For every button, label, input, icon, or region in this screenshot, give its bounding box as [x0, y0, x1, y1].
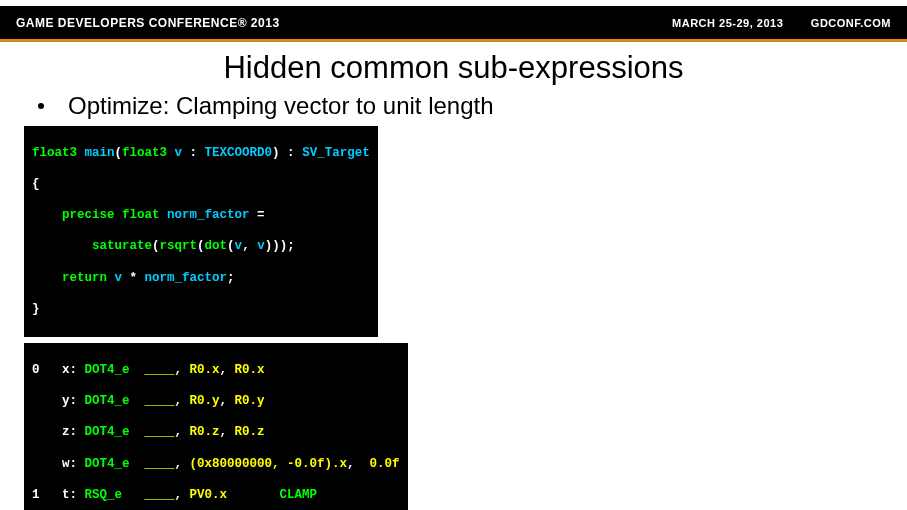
code-token: ))); — [265, 239, 295, 253]
slide-header: GAME DEVELOPERS CONFERENCE® 2013 MARCH 2… — [0, 0, 907, 42]
asm-token: ____ — [145, 488, 175, 502]
code-token: SV_Target — [302, 146, 370, 160]
code-token: dot — [205, 239, 228, 253]
code-token: v — [115, 271, 130, 285]
asm-token: DOT4_e — [85, 457, 145, 471]
asm-token: R0.x — [190, 363, 220, 377]
asm-token: DOT4_e — [85, 363, 145, 377]
asm-token: DOT4_e — [85, 394, 145, 408]
asm-token: ____ — [145, 425, 175, 439]
asm-token: , — [220, 363, 235, 377]
asm-token: ____ — [145, 394, 175, 408]
asm-token: CLAMP — [227, 488, 317, 502]
asm-token: 1 — [32, 488, 40, 502]
asm-token: x: — [40, 363, 85, 377]
code-token: float3 — [122, 146, 175, 160]
asm-token: , — [220, 394, 235, 408]
asm-token: R0.x — [235, 363, 265, 377]
header-date: MARCH 25-29, 2013 — [672, 17, 783, 29]
asm-token: PV0.x — [190, 488, 228, 502]
asm-token: 0 — [32, 363, 40, 377]
asm-token: , — [175, 425, 190, 439]
assembly-block: 0 x: DOT4_e ____, R0.x, R0.x y: DOT4_e _… — [24, 343, 408, 510]
asm-token: w: — [32, 457, 85, 471]
code-token: precise float — [32, 208, 167, 222]
asm-token: y: — [32, 394, 85, 408]
asm-token: , — [175, 457, 190, 471]
asm-token: , — [347, 457, 370, 471]
asm-token: , — [175, 363, 190, 377]
asm-token: DOT4_e — [85, 425, 145, 439]
asm-token: R0.z — [190, 425, 220, 439]
asm-token: RSQ_e — [85, 488, 145, 502]
code-token: v — [235, 239, 243, 253]
asm-token: ____ — [145, 457, 175, 471]
code-token: norm_factor — [167, 208, 257, 222]
code-token: : — [190, 146, 205, 160]
header-right: MARCH 25-29, 2013 GDCONF.COM — [648, 17, 891, 29]
code-token: { — [32, 177, 40, 191]
code-token: float3 — [32, 146, 85, 160]
asm-token: , — [175, 488, 190, 502]
asm-token: 0.0f — [370, 457, 400, 471]
code-token: ( — [197, 239, 205, 253]
code-token: rsqrt — [160, 239, 198, 253]
header-site: GDCONF.COM — [811, 17, 891, 29]
code-token: ( — [115, 146, 123, 160]
asm-token: z: — [32, 425, 85, 439]
code-token: main — [85, 146, 115, 160]
code-token: ; — [227, 271, 235, 285]
bullet-optimize: Optimize: Clamping vector to unit length — [38, 92, 907, 120]
code-token: TEXCOORD0 — [205, 146, 273, 160]
code-token: v — [175, 146, 190, 160]
asm-token: , — [220, 425, 235, 439]
asm-token: t: — [40, 488, 85, 502]
asm-token: R0.y — [190, 394, 220, 408]
code-token: norm_factor — [145, 271, 228, 285]
code-token: } — [32, 302, 40, 316]
slide-title: Hidden common sub-expressions — [0, 50, 907, 86]
code-token: saturate — [32, 239, 152, 253]
asm-token: ____ — [145, 363, 175, 377]
conference-name: GAME DEVELOPERS CONFERENCE® 2013 — [16, 16, 280, 30]
code-token: v — [257, 239, 265, 253]
asm-token: (0x80000000, -0.0f).x — [190, 457, 348, 471]
asm-token: , — [175, 394, 190, 408]
code-token: ( — [227, 239, 235, 253]
code-token: = — [257, 208, 265, 222]
code-token: * — [130, 271, 145, 285]
asm-token: R0.y — [235, 394, 265, 408]
code-token: return — [32, 271, 115, 285]
hlsl-code-block: float3 main(float3 v : TEXCOORD0) : SV_T… — [24, 126, 378, 337]
code-token: , — [242, 239, 257, 253]
bullet-icon — [38, 103, 44, 109]
bullet-text: Optimize: Clamping vector to unit length — [68, 92, 494, 120]
asm-token: R0.z — [235, 425, 265, 439]
code-token: ) : — [272, 146, 302, 160]
code-token: ( — [152, 239, 160, 253]
